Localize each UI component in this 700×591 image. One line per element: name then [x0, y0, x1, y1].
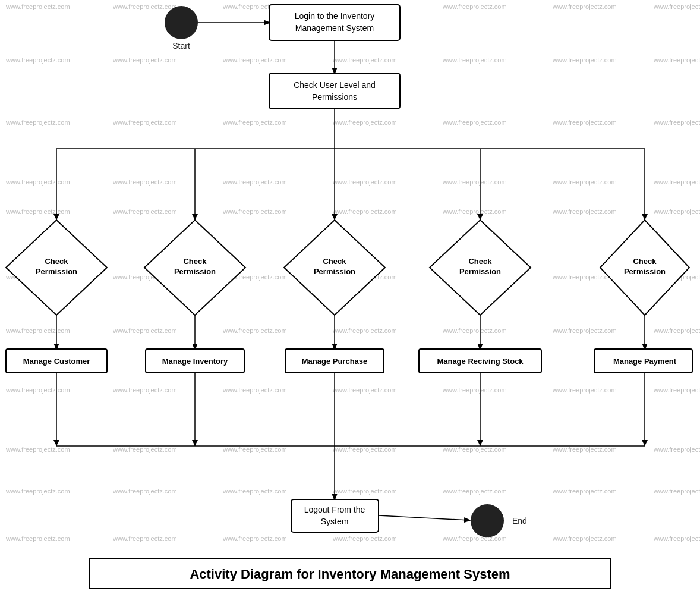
check-user-text-line1: Check User Level and [294, 80, 376, 90]
svg-text:www.freeprojectz.com: www.freeprojectz.com [112, 488, 177, 495]
diamond-2-text1: Check [183, 257, 207, 266]
svg-text:www.freeprojectz.com: www.freeprojectz.com [552, 208, 617, 215]
svg-text:www.freeprojectz.com: www.freeprojectz.com [5, 488, 70, 495]
start-circle [165, 6, 198, 39]
svg-text:www.freeprojectz.com: www.freeprojectz.com [653, 386, 700, 394]
manage-purchase-text: Manage Purchase [302, 357, 368, 366]
diamond-5-text2: Permission [624, 267, 666, 276]
arrow-bot-4 [642, 440, 648, 446]
manage-payment-text: Manage Payment [613, 357, 677, 366]
svg-text:www.freeprojectz.com: www.freeprojectz.com [222, 488, 287, 495]
svg-text:www.freeprojectz.com: www.freeprojectz.com [112, 386, 177, 394]
end-label: End [512, 516, 527, 526]
svg-text:www.freeprojectz.com: www.freeprojectz.com [222, 386, 287, 394]
login-text-line1: Login to the Inventory [295, 11, 375, 21]
login-text-line2: Management System [295, 23, 374, 33]
arrowhead-5 [642, 214, 648, 220]
logout-text1: Logout From the [304, 505, 365, 514]
arrowhead-4 [477, 214, 483, 220]
svg-text:www.freeprojectz.com: www.freeprojectz.com [222, 56, 287, 64]
svg-text:www.freeprojectz.com: www.freeprojectz.com [332, 178, 397, 186]
svg-text:www.freeprojectz.com: www.freeprojectz.com [112, 119, 177, 126]
svg-text:www.freeprojectz.com: www.freeprojectz.com [5, 178, 70, 186]
svg-text:www.freeprojectz.com: www.freeprojectz.com [222, 119, 287, 126]
svg-text:www.freeprojectz.com: www.freeprojectz.com [552, 178, 617, 186]
svg-text:www.freeprojectz.com: www.freeprojectz.com [332, 327, 397, 334]
svg-text:www.freeprojectz.com: www.freeprojectz.com [552, 56, 617, 64]
svg-text:www.freeprojectz.com: www.freeprojectz.com [112, 3, 177, 10]
svg-text:www.freeprojectz.com: www.freeprojectz.com [222, 535, 287, 542]
svg-text:www.freeprojectz.com: www.freeprojectz.com [653, 446, 700, 453]
svg-text:www.freeprojectz.com: www.freeprojectz.com [552, 3, 617, 10]
svg-text:www.freeprojectz.com: www.freeprojectz.com [332, 119, 397, 126]
svg-text:www.freeprojectz.com: www.freeprojectz.com [442, 208, 507, 215]
svg-text:www.freeprojectz.com: www.freeprojectz.com [552, 535, 617, 542]
logout-text2: System [321, 517, 349, 526]
svg-text:www.freeprojectz.com: www.freeprojectz.com [112, 178, 177, 186]
svg-text:www.freeprojectz.com: www.freeprojectz.com [332, 446, 397, 453]
svg-text:www.freeprojectz.com: www.freeprojectz.com [5, 3, 70, 10]
arrow-bot-1 [53, 440, 59, 446]
arrowhead-3 [332, 214, 338, 220]
svg-text:www.freeprojectz.com: www.freeprojectz.com [222, 208, 287, 215]
svg-text:www.freeprojectz.com: www.freeprojectz.com [332, 488, 397, 495]
diamond-1-text1: Check [45, 257, 68, 266]
svg-text:www.freeprojectz.com: www.freeprojectz.com [112, 327, 177, 334]
svg-text:www.freeprojectz.com: www.freeprojectz.com [653, 178, 700, 186]
svg-text:www.freeprojectz.com: www.freeprojectz.com [552, 119, 617, 126]
svg-text:www.freeprojectz.com: www.freeprojectz.com [653, 535, 700, 542]
svg-text:www.freeprojectz.com: www.freeprojectz.com [442, 446, 507, 453]
svg-text:www.freeprojectz.com: www.freeprojectz.com [332, 386, 397, 394]
svg-text:www.freeprojectz.com: www.freeprojectz.com [332, 56, 397, 64]
diamond-4-text2: Permission [459, 267, 501, 276]
svg-text:www.freeprojectz.com: www.freeprojectz.com [222, 178, 287, 186]
svg-text:www.freeprojectz.com: www.freeprojectz.com [5, 446, 70, 453]
svg-text:www.freeprojectz.com: www.freeprojectz.com [112, 208, 177, 215]
manage-receiving-text: Manage Reciving Stock [437, 357, 524, 366]
diamond-2-text2: Permission [174, 267, 216, 276]
svg-text:www.freeprojectz.com: www.freeprojectz.com [112, 446, 177, 453]
diamond-5-text1: Check [633, 257, 657, 266]
svg-text:www.freeprojectz.com: www.freeprojectz.com [332, 208, 397, 215]
svg-text:www.freeprojectz.com: www.freeprojectz.com [653, 488, 700, 495]
check-user-text-line2: Permissions [312, 92, 357, 102]
svg-text:www.freeprojectz.com: www.freeprojectz.com [5, 535, 70, 542]
svg-text:www.freeprojectz.com: www.freeprojectz.com [653, 56, 700, 64]
svg-text:www.freeprojectz.com: www.freeprojectz.com [5, 56, 70, 64]
diamond-4-text1: Check [468, 257, 492, 266]
diamond-1-text2: Permission [36, 267, 77, 276]
svg-text:www.freeprojectz.com: www.freeprojectz.com [222, 327, 287, 334]
svg-text:www.freeprojectz.com: www.freeprojectz.com [5, 386, 70, 394]
start-label: Start [172, 41, 190, 51]
arrow-bot-3 [477, 440, 483, 446]
diagram-title: Activity Diagram for Inventory Managemen… [190, 567, 510, 581]
svg-text:www.freeprojectz.com: www.freeprojectz.com [112, 56, 177, 64]
svg-text:www.freeprojectz.com: www.freeprojectz.com [442, 178, 507, 186]
arrowhead-2 [192, 214, 198, 220]
svg-text:www.freeprojectz.com: www.freeprojectz.com [5, 208, 70, 215]
svg-text:www.freeprojectz.com: www.freeprojectz.com [442, 119, 507, 126]
svg-text:www.freeprojectz.com: www.freeprojectz.com [112, 535, 177, 542]
end-circle [471, 504, 504, 537]
arrow-logout-to-end [379, 515, 469, 520]
svg-text:www.freeprojectz.com: www.freeprojectz.com [442, 386, 507, 394]
svg-text:www.freeprojectz.com: www.freeprojectz.com [442, 488, 507, 495]
svg-text:www.freeprojectz.com: www.freeprojectz.com [653, 208, 700, 215]
svg-text:www.freeprojectz.com: www.freeprojectz.com [442, 56, 507, 64]
arrowhead-1 [53, 214, 59, 220]
diamond-3-text2: Permission [314, 267, 355, 276]
svg-text:www.freeprojectz.com: www.freeprojectz.com [653, 327, 700, 334]
arrow-bot-2 [192, 440, 198, 446]
svg-text:www.freeprojectz.com: www.freeprojectz.com [442, 327, 507, 334]
manage-customer-text: Manage Customer [23, 357, 90, 366]
svg-text:www.freeprojectz.com: www.freeprojectz.com [552, 386, 617, 394]
svg-text:www.freeprojectz.com: www.freeprojectz.com [332, 535, 397, 542]
svg-text:www.freeprojectz.com: www.freeprojectz.com [442, 535, 507, 542]
svg-text:www.freeprojectz.com: www.freeprojectz.com [653, 3, 700, 10]
svg-text:www.freeprojectz.com: www.freeprojectz.com [5, 327, 70, 334]
login-box [269, 5, 400, 40]
diamond-3-text1: Check [323, 257, 346, 266]
check-user-level-box [269, 73, 400, 109]
svg-text:www.freeprojectz.com: www.freeprojectz.com [552, 446, 617, 453]
svg-text:www.freeprojectz.com: www.freeprojectz.com [552, 327, 617, 334]
